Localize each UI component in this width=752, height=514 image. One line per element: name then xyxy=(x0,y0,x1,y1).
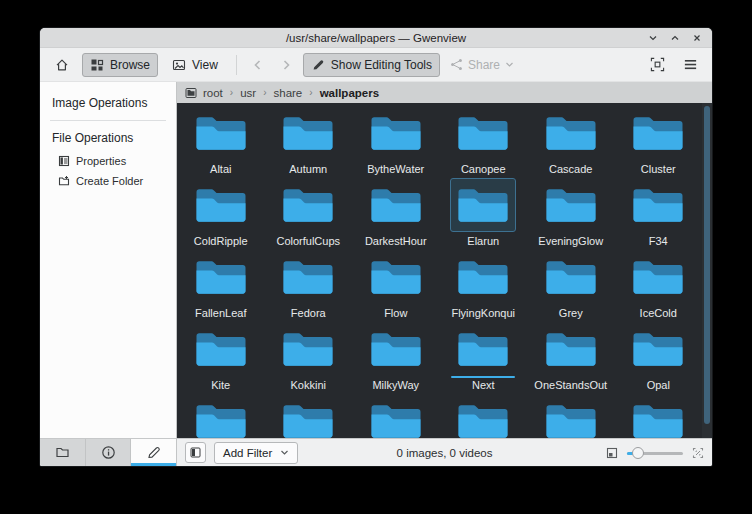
folder-item-opal[interactable]: Opal xyxy=(615,322,703,394)
folder-item-autumn[interactable]: Autumn xyxy=(265,106,353,178)
breadcrumb-item-share[interactable]: share xyxy=(274,87,303,99)
fullscreen-icon xyxy=(650,57,665,72)
current-item-underline xyxy=(276,376,340,378)
current-item-underline xyxy=(539,232,603,234)
minimize-icon[interactable] xyxy=(648,33,658,43)
toolbar-separator xyxy=(236,55,237,75)
folder-item-darkesthour[interactable]: DarkestHour xyxy=(352,178,440,250)
current-item-underline xyxy=(539,376,603,378)
properties-button[interactable]: Properties xyxy=(40,151,176,171)
folder-item-flow[interactable]: Flow xyxy=(352,250,440,322)
browse-grid-icon xyxy=(90,58,104,72)
folder-label: Canopee xyxy=(461,163,506,175)
tab-information[interactable] xyxy=(86,439,132,466)
folder-item-altai[interactable]: Altai xyxy=(177,106,265,178)
folder-item-partial[interactable] xyxy=(352,394,440,438)
folder-item-bythewater[interactable]: BytheWater xyxy=(352,106,440,178)
back-button[interactable] xyxy=(247,56,269,74)
screen-background: /usr/share/wallpapers — Gwenview xyxy=(0,0,752,514)
create-folder-button[interactable]: Create Folder xyxy=(40,171,176,191)
breadcrumb: root›usr›share›wallpapers xyxy=(177,82,712,103)
folder-item-partial[interactable] xyxy=(177,394,265,438)
home-button[interactable] xyxy=(48,52,76,78)
folder-item-partial[interactable] xyxy=(527,394,615,438)
breadcrumb-folder-icon xyxy=(185,87,197,99)
folder-item-canopee[interactable]: Canopee xyxy=(440,106,528,178)
folder-icon xyxy=(450,394,516,438)
folder-item-fedora[interactable]: Fedora xyxy=(265,250,353,322)
properties-icon xyxy=(58,155,70,167)
add-filter-chevron-icon xyxy=(280,448,289,457)
folder-item-grey[interactable]: Grey xyxy=(527,250,615,322)
folder-icon xyxy=(538,322,604,376)
zoom-slider[interactable] xyxy=(627,446,683,460)
folder-label: MilkyWay xyxy=(372,379,419,391)
close-icon[interactable] xyxy=(692,33,702,43)
add-filter-button[interactable]: Add Filter xyxy=(214,442,298,464)
folder-tab-icon xyxy=(55,445,70,460)
scrollbar-thumb[interactable] xyxy=(704,106,710,424)
folder-icon xyxy=(450,178,516,232)
zoom-slider-thumb[interactable] xyxy=(632,447,644,459)
current-item-underline xyxy=(626,376,690,378)
tab-operations[interactable] xyxy=(131,439,176,466)
folder-item-cluster[interactable]: Cluster xyxy=(615,106,703,178)
folder-item-milkyway[interactable]: MilkyWay xyxy=(352,322,440,394)
folder-icon xyxy=(450,106,516,160)
folder-icon xyxy=(450,322,516,376)
breadcrumb-item-usr[interactable]: usr xyxy=(240,87,256,99)
zoom-actual-size-icon[interactable] xyxy=(692,447,704,459)
current-item-underline xyxy=(364,232,428,234)
fullscreen-button[interactable] xyxy=(644,52,671,77)
folder-item-onestandsout[interactable]: OneStandsOut xyxy=(527,322,615,394)
file-operations-header: File Operations xyxy=(40,127,176,151)
current-item-underline xyxy=(626,232,690,234)
hamburger-menu-icon[interactable] xyxy=(677,52,704,77)
zoom-fit-icon[interactable] xyxy=(606,447,618,459)
folder-item-elarun[interactable]: Elarun xyxy=(440,178,528,250)
breadcrumb-item-root[interactable]: root xyxy=(203,87,223,99)
folder-item-colorfulcups[interactable]: ColorfulCups xyxy=(265,178,353,250)
folder-label: Kokkini xyxy=(291,379,326,391)
breadcrumb-item-wallpapers[interactable]: wallpapers xyxy=(320,87,379,99)
browse-label: Browse xyxy=(110,58,150,72)
folder-item-fallenleaf[interactable]: FallenLeaf xyxy=(177,250,265,322)
folder-item-eveningglow[interactable]: EveningGlow xyxy=(527,178,615,250)
forward-button[interactable] xyxy=(275,56,297,74)
add-filter-label: Add Filter xyxy=(223,447,272,459)
folder-label: Cluster xyxy=(641,163,676,175)
sidebar-toggle-icon xyxy=(190,447,201,458)
main-toolbar: Browse View xyxy=(40,48,712,82)
folder-item-kite[interactable]: Kite xyxy=(177,322,265,394)
folder-item-partial[interactable] xyxy=(265,394,353,438)
folder-label: Elarun xyxy=(467,235,499,247)
folder-label: Autumn xyxy=(289,163,327,175)
folder-item-next[interactable]: Next xyxy=(440,322,528,394)
folder-item-partial[interactable] xyxy=(440,394,528,438)
folder-icon xyxy=(538,250,604,304)
folder-icon xyxy=(625,106,691,160)
view-mode-button[interactable]: View xyxy=(164,53,226,77)
folder-icon xyxy=(363,250,429,304)
folder-label: Cascade xyxy=(549,163,592,175)
titlebar[interactable]: /usr/share/wallpapers — Gwenview xyxy=(40,28,712,48)
folder-item-icecold[interactable]: IceCold xyxy=(615,250,703,322)
share-button[interactable]: Share xyxy=(446,58,518,72)
folder-item-f34[interactable]: F34 xyxy=(615,178,703,250)
folder-icon xyxy=(363,178,429,232)
folder-label: Flow xyxy=(384,307,407,319)
maximize-icon[interactable] xyxy=(670,33,680,43)
folder-item-cascade[interactable]: Cascade xyxy=(527,106,615,178)
folder-item-partial[interactable] xyxy=(615,394,703,438)
browse-mode-button[interactable]: Browse xyxy=(82,53,158,77)
show-editing-tools-button[interactable]: Show Editing Tools xyxy=(303,53,440,77)
sidebar-toggle-button[interactable] xyxy=(185,442,206,463)
folder-item-kokkini[interactable]: Kokkini xyxy=(265,322,353,394)
current-item-underline xyxy=(276,304,340,306)
folder-item-coldripple[interactable]: ColdRipple xyxy=(177,178,265,250)
tab-folders[interactable] xyxy=(40,439,86,466)
folder-item-flyingkonqui[interactable]: FlyingKonqui xyxy=(440,250,528,322)
properties-label: Properties xyxy=(76,155,126,167)
current-item-underline xyxy=(276,160,340,162)
scrollbar-track[interactable] xyxy=(702,103,712,438)
